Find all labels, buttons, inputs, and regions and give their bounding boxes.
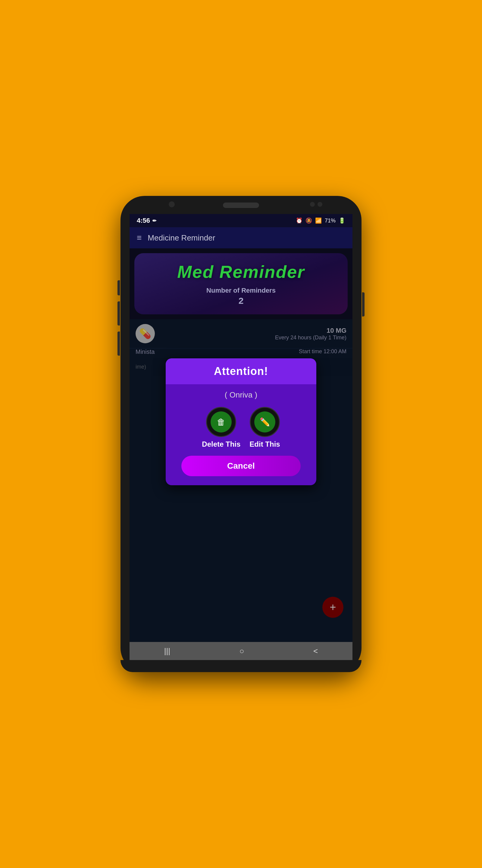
volume-up-button	[118, 280, 120, 296]
reminders-label: Number of Reminders	[206, 287, 276, 294]
recents-button[interactable]: |||	[164, 647, 170, 656]
edit-circle-inner: ✏️	[254, 411, 275, 433]
alarm-icon: ⏰	[296, 217, 302, 224]
phone-bottom	[121, 660, 361, 672]
header-card: Med Reminder Number of Reminders 2	[134, 253, 348, 314]
back-button[interactable]: <	[313, 647, 318, 656]
menu-icon[interactable]: ≡	[137, 233, 141, 243]
status-time: 4:56 ✏	[137, 217, 156, 224]
camera-dot-3	[318, 202, 322, 207]
signal-bars-icon: 📶	[315, 217, 322, 224]
camera-dot-1	[169, 201, 175, 207]
app-bar-title: Medicine Reminder	[148, 233, 215, 243]
delete-label: Delete This	[202, 440, 240, 448]
reminders-count: 2	[238, 296, 244, 306]
modal-actions: 🗑 Delete This ✏️	[175, 407, 307, 448]
delete-button[interactable]: 🗑 Delete This	[202, 407, 240, 448]
extra-button	[118, 332, 120, 355]
volume-down-button	[118, 301, 120, 326]
speaker-grille	[223, 203, 259, 208]
modal-title: Attention!	[172, 365, 310, 378]
modal-overlay: Attention! ( Onriva ) 🗑	[130, 319, 352, 642]
modal-subtitle: ( Onriva )	[225, 390, 257, 400]
cancel-button[interactable]: Cancel	[181, 456, 301, 476]
modal-box: Attention! ( Onriva ) 🗑	[166, 358, 316, 485]
phone-notch	[121, 196, 361, 214]
trash-icon: 🗑	[217, 417, 225, 427]
time-display: 4:56	[137, 217, 150, 224]
modal-body: ( Onriva ) 🗑 Delete This	[166, 384, 316, 485]
home-button[interactable]: ○	[239, 647, 244, 656]
app-bar: ≡ Medicine Reminder	[130, 227, 352, 248]
signal-icon: ✏	[153, 218, 156, 224]
phone-frame: 4:56 ✏ ⏰ 🔕 📶 71% 🔋 ≡ Medicine Reminder M…	[121, 196, 361, 672]
phone-screen: 4:56 ✏ ⏰ 🔕 📶 71% 🔋 ≡ Medicine Reminder M…	[130, 214, 352, 660]
delete-circle-outer: 🗑	[206, 407, 236, 437]
app-name-title: Med Reminder	[177, 261, 305, 282]
bottom-nav: ||| ○ <	[130, 642, 352, 660]
status-icons: ⏰ 🔕 📶 71% 🔋	[296, 217, 345, 224]
battery-label: 71%	[325, 218, 335, 224]
modal-header: Attention!	[166, 358, 316, 384]
edit-button[interactable]: ✏️ Edit This	[250, 407, 280, 448]
mute-icon: 🔕	[306, 217, 312, 224]
power-button	[362, 292, 364, 316]
pencil-icon: ✏️	[260, 417, 270, 427]
list-area: 💊 10 MG Every 24 hours (Daily 1 Time) Mi…	[130, 319, 352, 642]
edit-label: Edit This	[250, 440, 280, 448]
battery-icon: 🔋	[339, 217, 345, 224]
camera-dot-2	[310, 202, 315, 207]
delete-circle-inner: 🗑	[211, 411, 232, 433]
status-bar: 4:56 ✏ ⏰ 🔕 📶 71% 🔋	[130, 214, 352, 227]
edit-circle-outer: ✏️	[250, 407, 280, 437]
